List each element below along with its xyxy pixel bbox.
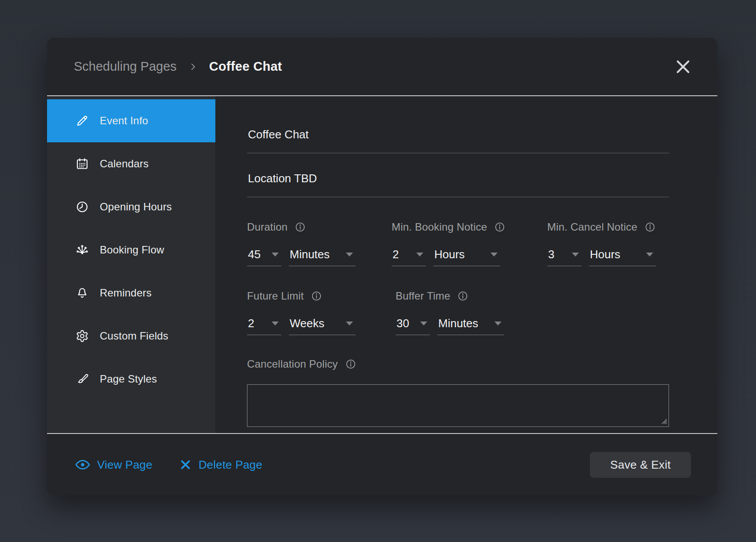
chevron-down-icon <box>272 253 279 257</box>
gear-icon <box>75 329 89 343</box>
sidebar: Event Info Calendars <box>47 96 215 433</box>
sidebar-item-event-info[interactable]: Event Info <box>47 99 215 142</box>
buffer-time-unit-select[interactable]: Minutes <box>437 316 504 335</box>
clock-icon <box>75 200 89 214</box>
chevron-down-icon <box>416 253 423 257</box>
future-limit-value-select[interactable]: 2 <box>247 316 281 335</box>
cancellation-policy-label: Cancellation Policy <box>247 358 338 370</box>
brush-icon <box>75 372 89 386</box>
future-limit-info-button[interactable] <box>311 290 322 302</box>
sidebar-item-page-styles[interactable]: Page Styles <box>47 358 215 401</box>
cancellation-policy-info-button[interactable] <box>345 358 356 370</box>
min-booking-notice-value-select[interactable]: 2 <box>392 247 426 266</box>
field-row-2: Future Limit 2 Weeks <box>247 290 669 335</box>
chevron-down-icon <box>494 322 502 325</box>
sidebar-item-booking-flow[interactable]: Booking Flow <box>47 228 215 271</box>
chevron-down-icon <box>491 253 498 257</box>
future-limit-label: Future Limit <box>247 290 304 302</box>
chevron-down-icon <box>272 322 279 325</box>
save-exit-button[interactable]: Save & Exit <box>590 452 691 478</box>
scheduling-page-modal: Scheduling Pages Coffee Chat Event Info <box>47 38 717 495</box>
x-icon <box>179 458 192 471</box>
sidebar-item-calendars[interactable]: Calendars <box>47 142 215 185</box>
duration-unit-select[interactable]: Minutes <box>289 247 356 266</box>
close-icon <box>674 58 692 76</box>
calendar-icon <box>75 157 89 171</box>
future-limit-unit-select[interactable]: Weeks <box>289 316 356 335</box>
breadcrumb: Scheduling Pages Coffee Chat <box>74 59 282 74</box>
sidebar-item-label: Event Info <box>100 115 148 127</box>
duration-label: Duration <box>247 221 287 233</box>
duration-value-select[interactable]: 45 <box>247 247 281 266</box>
chevron-down-icon <box>420 322 427 325</box>
sidebar-item-reminders[interactable]: Reminders <box>47 271 215 314</box>
future-limit-field: Future Limit 2 Weeks <box>247 290 396 335</box>
info-icon <box>345 358 356 370</box>
field-row-1: Duration 45 Minutes <box>247 221 669 266</box>
info-icon <box>294 221 306 233</box>
chevron-down-icon <box>646 253 653 257</box>
buffer-time-label: Buffer Time <box>396 290 450 302</box>
delete-page-link[interactable]: Delete Page <box>179 458 262 472</box>
chevron-right-icon <box>188 62 198 72</box>
sidebar-item-label: Calendars <box>100 158 149 170</box>
min-booking-notice-info-button[interactable] <box>494 221 505 233</box>
flow-icon <box>75 243 89 257</box>
min-cancel-notice-field: Min. Cancel Notice 3 Hours <box>547 221 656 266</box>
sidebar-item-label: Reminders <box>100 287 152 299</box>
buffer-time-field: Buffer Time 30 Minutes <box>396 290 504 335</box>
min-booking-notice-unit-select[interactable]: Hours <box>433 247 500 266</box>
page-title: Coffee Chat <box>209 59 282 74</box>
eye-icon <box>75 457 91 473</box>
pencil-icon <box>75 114 89 128</box>
info-icon <box>494 221 505 233</box>
buffer-time-value-select[interactable]: 30 <box>396 316 430 335</box>
sidebar-item-label: Custom Fields <box>100 330 168 342</box>
info-icon <box>311 290 322 302</box>
sidebar-item-label: Page Styles <box>100 373 157 385</box>
close-button[interactable] <box>672 56 694 77</box>
sidebar-item-custom-fields[interactable]: Custom Fields <box>47 314 215 358</box>
sidebar-item-opening-hours[interactable]: Opening Hours <box>47 185 215 228</box>
modal-body: Event Info Calendars <box>47 96 717 433</box>
event-info-form: Duration 45 Minutes <box>215 96 717 433</box>
chevron-down-icon <box>346 253 353 257</box>
buffer-time-info-button[interactable] <box>457 290 469 302</box>
min-cancel-notice-unit-select[interactable]: Hours <box>589 247 656 266</box>
cancellation-policy-field: Cancellation Policy <box>247 358 669 370</box>
duration-field: Duration 45 Minutes <box>247 221 392 266</box>
cancellation-policy-textarea[interactable] <box>247 384 669 427</box>
min-cancel-notice-info-button[interactable] <box>644 221 656 233</box>
duration-info-button[interactable] <box>294 221 306 233</box>
bell-icon <box>75 286 89 300</box>
min-cancel-notice-label: Min. Cancel Notice <box>547 221 637 233</box>
min-booking-notice-field: Min. Booking Notice 2 Hours <box>392 221 547 266</box>
view-page-link[interactable]: View Page <box>75 457 153 473</box>
chevron-down-icon <box>346 322 353 325</box>
modal-header: Scheduling Pages Coffee Chat <box>47 38 717 96</box>
breadcrumb-root[interactable]: Scheduling Pages <box>74 59 177 74</box>
info-icon <box>644 221 656 233</box>
event-name-input[interactable] <box>247 128 669 153</box>
info-icon <box>457 290 469 302</box>
min-cancel-notice-value-select[interactable]: 3 <box>547 247 582 266</box>
min-booking-notice-label: Min. Booking Notice <box>392 221 487 233</box>
sidebar-item-label: Booking Flow <box>100 244 164 256</box>
resize-handle[interactable] <box>660 417 668 425</box>
chevron-down-icon <box>572 253 579 257</box>
sidebar-item-label: Opening Hours <box>100 201 172 213</box>
modal-footer: View Page Delete Page Save & Exit <box>47 433 717 495</box>
location-input[interactable] <box>247 172 669 197</box>
